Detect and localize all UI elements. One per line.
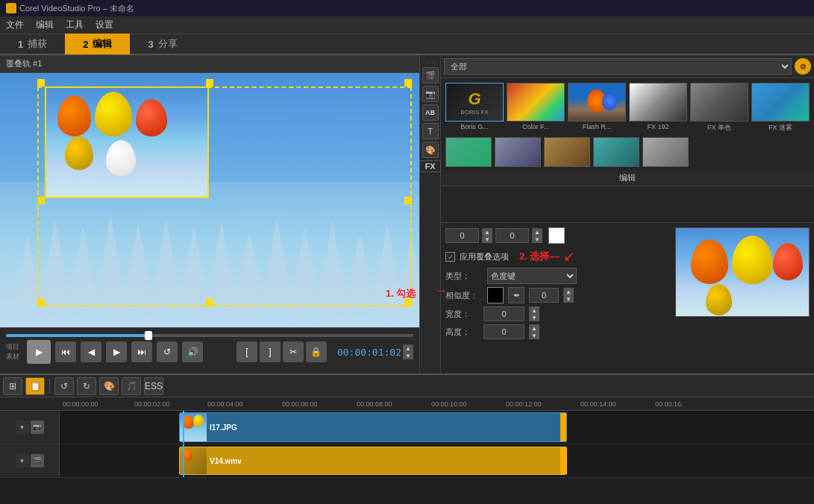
next-frame-button[interactable]: ⏭ bbox=[131, 341, 152, 362]
tab-share[interactable]: 3 分享 bbox=[130, 34, 195, 54]
num1-up[interactable]: ▲ bbox=[482, 228, 492, 236]
height-up[interactable]: ▲ bbox=[529, 324, 539, 332]
height-row: 高度： ▲ ▼ bbox=[445, 324, 669, 339]
photo-icon[interactable]: 📷 bbox=[422, 86, 439, 102]
track-expand-icon[interactable]: ▼ bbox=[16, 420, 29, 434]
track-expand-video-icon[interactable]: ▼ bbox=[16, 454, 29, 467]
filter-sm-5[interactable] bbox=[642, 137, 689, 167]
tl-timeline-btn[interactable]: 📋 bbox=[25, 377, 45, 395]
filter-sm-3[interactable] bbox=[544, 137, 590, 167]
filter-item-color[interactable]: Color F... bbox=[507, 83, 565, 133]
similarity-up[interactable]: ▲ bbox=[563, 288, 574, 295]
filter-grid: G BORIS FX Boris G... Color F... bbox=[441, 78, 814, 137]
apply-overlay-checkbox[interactable] bbox=[445, 252, 455, 262]
tl-audio-btn[interactable]: 🎵 bbox=[122, 377, 141, 395]
cut-button[interactable]: ✂ bbox=[283, 341, 304, 362]
menu-tools[interactable]: 工具 bbox=[66, 19, 84, 31]
filter-thumb-fx192 bbox=[629, 83, 687, 122]
main-area: 覆叠轨 #1 bbox=[0, 55, 814, 374]
fx-button[interactable]: FX bbox=[419, 160, 440, 172]
num-input-2[interactable] bbox=[495, 228, 529, 243]
step-back-button[interactable]: ◀ bbox=[81, 341, 101, 362]
num2-down[interactable]: ▼ bbox=[532, 236, 542, 243]
annotation-step1: 1. 勾选 bbox=[386, 287, 416, 300]
loop-button[interactable]: ↺ bbox=[157, 341, 178, 362]
timeline-ruler: 00:00:00:00 00:00:02:00 00:00:04:00 00:0… bbox=[0, 397, 814, 411]
handle-tl[interactable] bbox=[37, 79, 45, 86]
filter-item-fxmono[interactable]: FX 单色 bbox=[690, 83, 748, 133]
handle-bm[interactable] bbox=[206, 299, 213, 306]
track-label-video: ▼ 🎬 bbox=[0, 444, 60, 477]
filter-sm-4[interactable] bbox=[593, 137, 639, 167]
width-down[interactable]: ▼ bbox=[529, 314, 539, 321]
width-row: 宽度： ▲ ▼ bbox=[445, 306, 669, 321]
similarity-down[interactable]: ▼ bbox=[563, 295, 574, 303]
timecode-up[interactable]: ▲ bbox=[403, 344, 413, 352]
ab-icon[interactable]: AB bbox=[422, 104, 439, 121]
num-input-1[interactable] bbox=[445, 228, 479, 243]
tl-undo-btn[interactable]: ↺ bbox=[54, 377, 74, 395]
clip-photo[interactable]: I17.JPG bbox=[179, 412, 567, 442]
handle-ml[interactable] bbox=[37, 197, 45, 204]
timeline-controls: 项目 素材 ▶ ⏮ ◀ ▶ ⏭ ↺ 🔊 [ ] ✂ 🔒 00:00:01: bbox=[0, 327, 419, 374]
preview-label: 覆叠轨 #1 bbox=[0, 55, 419, 73]
mark-in-button[interactable]: [ bbox=[237, 341, 257, 362]
clip-video[interactable]: V14.wmv bbox=[179, 447, 567, 475]
filter-sm-1[interactable] bbox=[445, 137, 492, 167]
filter-item-fx192[interactable]: FX 192 bbox=[629, 83, 687, 133]
filter-settings-icon[interactable]: ⚙ bbox=[795, 58, 811, 75]
similarity-input[interactable] bbox=[529, 288, 559, 303]
type-select[interactable]: 色度键 bbox=[487, 268, 577, 284]
filter-thumb-flash bbox=[568, 83, 626, 122]
filter-item-flash[interactable]: Flash R... bbox=[568, 83, 626, 133]
filter-item-fxfog[interactable]: FX 迷雾 bbox=[751, 83, 810, 133]
progress-fill bbox=[6, 334, 148, 337]
handle-tr[interactable] bbox=[404, 79, 412, 86]
clip-end-photo bbox=[560, 413, 566, 441]
color-swatch-white[interactable] bbox=[548, 227, 565, 244]
film-icon[interactable]: 🎬 bbox=[422, 67, 439, 84]
num1-down[interactable]: ▼ bbox=[482, 236, 492, 243]
volume-button[interactable]: 🔊 bbox=[182, 341, 203, 362]
menu-settings[interactable]: 设置 bbox=[96, 19, 113, 31]
filter-sm-2[interactable] bbox=[495, 137, 541, 167]
ruler-10: 00:00:10:00 bbox=[431, 400, 467, 408]
playhead-photo bbox=[183, 411, 184, 444]
progress-bar[interactable] bbox=[6, 334, 413, 337]
filter-name-fx192: FX 192 bbox=[647, 123, 669, 130]
track-content-video[interactable]: V14.wmv bbox=[60, 444, 814, 477]
text-icon[interactable]: T bbox=[422, 123, 439, 139]
menu-file[interactable]: 文件 bbox=[6, 19, 24, 31]
height-down[interactable]: ▼ bbox=[529, 332, 539, 339]
track-video-icon: 🎬 bbox=[31, 454, 44, 467]
paint-icon[interactable]: 🎨 bbox=[422, 142, 439, 158]
tab-edit[interactable]: 2 编辑 bbox=[65, 34, 130, 54]
width-input[interactable] bbox=[483, 306, 525, 321]
filter-item-boris[interactable]: G BORIS FX Boris G... bbox=[445, 83, 504, 133]
progress-thumb[interactable] bbox=[145, 331, 152, 340]
filter-dropdown[interactable]: 全部 bbox=[444, 58, 792, 75]
similarity-color[interactable] bbox=[487, 287, 504, 303]
track-row-photo: ▼ 📷 I17.JPG bbox=[0, 411, 814, 444]
tl-title-btn[interactable]: ESS bbox=[144, 377, 163, 395]
tab-capture[interactable]: 1 捕获 bbox=[0, 34, 65, 54]
step-forward-button[interactable]: ▶ bbox=[106, 341, 127, 362]
track-content-photo[interactable]: I17.JPG bbox=[60, 411, 814, 444]
handle-tm[interactable] bbox=[206, 79, 213, 86]
handle-mr[interactable] bbox=[404, 197, 412, 204]
num2-up[interactable]: ▲ bbox=[532, 228, 542, 236]
lock-button[interactable]: 🔒 bbox=[306, 341, 327, 362]
play-button[interactable]: ▶ bbox=[27, 340, 51, 364]
prev-frame-button[interactable]: ⏮ bbox=[55, 341, 76, 362]
tl-effects-btn[interactable]: 🎨 bbox=[99, 377, 119, 395]
width-up[interactable]: ▲ bbox=[529, 306, 539, 314]
tl-redo-btn[interactable]: ↻ bbox=[77, 377, 96, 395]
eyedropper-tool[interactable]: ✒ bbox=[508, 287, 525, 303]
height-input[interactable] bbox=[483, 324, 525, 339]
menu-edit[interactable]: 编辑 bbox=[36, 19, 54, 31]
mark-out-button[interactable]: ] bbox=[260, 341, 281, 362]
tl-storyboard-btn[interactable]: ⊞ bbox=[3, 377, 22, 395]
handle-bl[interactable] bbox=[37, 299, 45, 306]
timecode-down[interactable]: ▼ bbox=[403, 352, 413, 359]
type-label: 类型： bbox=[445, 271, 483, 282]
